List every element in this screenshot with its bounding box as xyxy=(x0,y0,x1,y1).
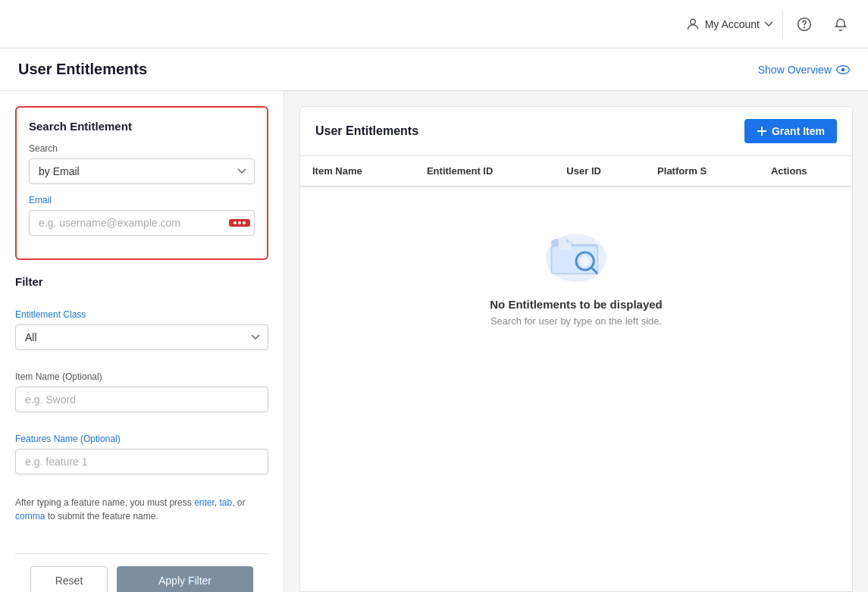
content-card-header: User Entitlements Grant Item xyxy=(300,107,852,156)
search-section: Search Entitlement Search by Email by Us… xyxy=(15,106,268,260)
page-title: User Entitlements xyxy=(18,61,147,78)
search-label: Search xyxy=(29,143,255,154)
email-input[interactable] xyxy=(29,210,255,236)
hint-comma: comma xyxy=(15,511,45,522)
user-icon xyxy=(685,17,700,32)
help-icon xyxy=(797,17,812,32)
content-card: User Entitlements Grant Item Item Name E… xyxy=(299,106,853,592)
email-dots-button[interactable] xyxy=(229,219,250,227)
eye-icon xyxy=(836,65,850,74)
left-panel: Search Entitlement Search by Email by Us… xyxy=(0,91,284,592)
search-type-group: Search by Email by User ID by Platform I… xyxy=(29,143,255,184)
svg-point-2 xyxy=(804,27,805,27)
grant-item-label: Grant Item xyxy=(772,125,825,137)
filter-section: Filter Entitlement Class All ENTITLEMENT… xyxy=(15,275,268,523)
hint-enter: enter xyxy=(194,497,215,508)
grant-item-button[interactable]: Grant Item xyxy=(744,119,837,143)
features-name-label: Features Name (Optional) xyxy=(15,434,268,444)
entitlement-class-select[interactable]: All ENTITLEMENT ITEM xyxy=(15,324,268,350)
col-actions: Actions xyxy=(759,156,852,186)
svg-point-9 xyxy=(580,256,590,266)
features-name-group: Features Name (Optional) xyxy=(15,434,268,475)
page-header: User Entitlements Show Overview xyxy=(0,49,868,91)
dot2 xyxy=(238,221,241,224)
hint-tab: tab xyxy=(220,497,233,508)
main-layout: Search Entitlement Search by Email by Us… xyxy=(0,91,868,592)
empty-subtitle: Search for user by type on the left side… xyxy=(490,315,662,327)
search-section-title: Search Entitlement xyxy=(29,120,255,133)
col-entitlement-id: Entitlement ID xyxy=(415,156,554,186)
reset-button[interactable]: Reset xyxy=(30,566,108,592)
col-user-id: User ID xyxy=(554,156,645,186)
table-wrapper: Item Name Entitlement ID User ID Platfor… xyxy=(300,156,852,591)
filter-title: Filter xyxy=(15,275,268,288)
email-label: Email xyxy=(29,195,255,205)
svg-rect-11 xyxy=(559,238,572,249)
app-header: My Account xyxy=(0,0,868,49)
entitlement-class-label: Entitlement Class xyxy=(15,309,268,320)
entitlements-table: Item Name Entitlement ID User ID Platfor… xyxy=(300,156,852,187)
empty-state: No Entitlements to be displayed Search f… xyxy=(300,187,852,357)
empty-title: No Entitlements to be displayed xyxy=(490,298,663,311)
dot1 xyxy=(233,221,237,224)
content-card-title: User Entitlements xyxy=(315,124,418,138)
right-panel: User Entitlements Grant Item Item Name E… xyxy=(284,91,868,592)
account-label: My Account xyxy=(705,18,760,30)
help-button[interactable] xyxy=(789,9,819,39)
show-overview-link[interactable]: Show Overview xyxy=(758,64,850,76)
dot3 xyxy=(243,221,246,224)
hint-text: After typing a feature name, you must pr… xyxy=(15,496,268,523)
email-input-wrapper xyxy=(29,210,255,236)
item-name-group: Item Name (Optional) xyxy=(15,371,268,412)
apply-filter-button[interactable]: Apply Filter xyxy=(117,566,253,592)
col-platform-s: Platform S xyxy=(645,156,759,186)
plus-icon xyxy=(757,126,767,136)
item-name-input[interactable] xyxy=(15,387,268,412)
action-buttons: Reset Apply Filter xyxy=(15,553,268,592)
svg-point-0 xyxy=(690,19,695,24)
table-header-row: Item Name Entitlement ID User ID Platfor… xyxy=(300,156,852,186)
features-name-input[interactable] xyxy=(15,449,268,475)
item-name-label: Item Name (Optional) xyxy=(15,371,268,382)
email-group: Email xyxy=(29,195,255,236)
search-type-select[interactable]: by Email by User ID by Platform ID xyxy=(29,158,255,184)
entitlement-class-group: Entitlement Class All ENTITLEMENT ITEM xyxy=(15,309,268,350)
empty-state-icon xyxy=(538,218,614,286)
col-item-name: Item Name xyxy=(300,156,415,186)
svg-point-4 xyxy=(841,67,845,71)
notifications-button[interactable] xyxy=(826,9,856,39)
chevron-down-icon xyxy=(764,21,773,27)
account-menu[interactable]: My Account xyxy=(676,11,783,38)
bell-icon xyxy=(833,17,848,32)
